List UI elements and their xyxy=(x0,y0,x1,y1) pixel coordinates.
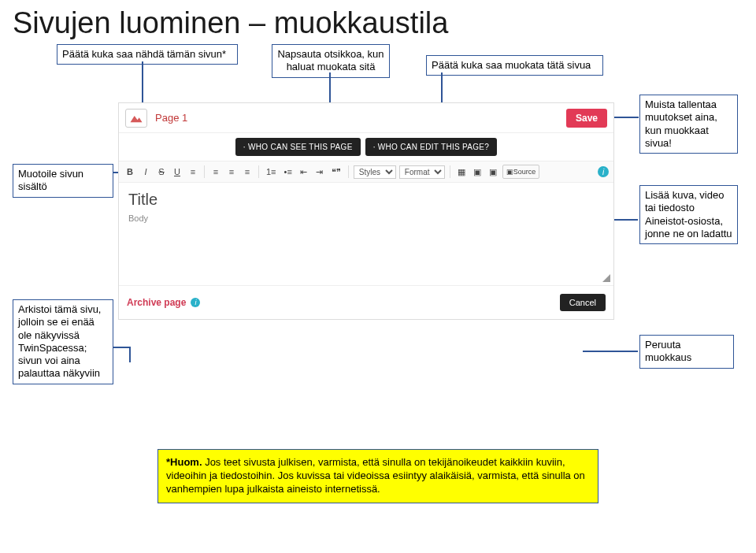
editor-screenshot: Page 1 Save · WHO CAN SEE THIS PAGE · WH… xyxy=(118,102,614,320)
align-left-button[interactable]: ≡ xyxy=(209,165,222,179)
format-select[interactable]: Format xyxy=(399,165,445,179)
source-button[interactable]: ▣ Source xyxy=(502,165,540,179)
unordered-list-button[interactable]: •≡ xyxy=(282,165,295,179)
underline-button[interactable]: U xyxy=(171,165,183,179)
connector-line xyxy=(583,351,638,352)
resize-handle-icon[interactable] xyxy=(602,274,610,282)
title-bar: Page 1 Save xyxy=(119,103,613,133)
svg-marker-0 xyxy=(131,116,143,122)
align-center-button[interactable]: ≡ xyxy=(225,165,238,179)
ordered-list-button[interactable]: 1≡ xyxy=(264,165,279,179)
archive-page-link[interactable]: Archive page xyxy=(127,297,186,308)
clear-format-button[interactable]: ≡ xyxy=(187,165,199,179)
editor-title-placeholder: Title xyxy=(128,191,604,209)
permissions-bar: · WHO CAN SEE THIS PAGE · WHO CAN EDIT T… xyxy=(119,133,613,161)
format-toolbar: B I S U ≡ ≡ ≡ ≡ 1≡ •≡ ⇤ ⇥ ❝❞ Styles Form… xyxy=(119,161,613,183)
footnote: *Huom. Jos teet sivusta julkisen, varmis… xyxy=(158,449,598,503)
callout-who-can-edit: Päätä kuka saa muokata tätä sivua xyxy=(426,55,603,76)
footnote-text: Jos teet sivusta julkisen, varmista, ett… xyxy=(166,456,585,495)
source-label: Source xyxy=(513,168,536,176)
callout-insert-media: Lisää kuva, video tai tiedosto Aineistot… xyxy=(639,185,738,244)
toolbar-separator xyxy=(450,165,450,178)
page-title: Sivujen luominen – muokkaustila xyxy=(0,0,756,43)
indent-button[interactable]: ⇥ xyxy=(313,165,326,179)
callout-archive: Arkistoi tämä sivu, jolloin se ei enää o… xyxy=(13,299,113,384)
outdent-button[interactable]: ⇤ xyxy=(298,165,310,179)
callout-format-content: Muotoile sivun sisältö xyxy=(13,164,113,198)
callout-save: Muista tallentaa muutokset aina, kun muo… xyxy=(639,95,738,154)
footnote-bold: *Huom. xyxy=(166,456,202,468)
save-button[interactable]: Save xyxy=(566,109,607,128)
page-name-label[interactable]: Page 1 xyxy=(155,112,566,124)
table-button[interactable]: ▦ xyxy=(455,165,468,179)
connector-line xyxy=(113,347,129,348)
toolbar-separator xyxy=(258,165,259,178)
callout-who-can-see: Päätä kuka saa nähdä tämän sivun* xyxy=(57,44,238,65)
info-icon[interactable]: i xyxy=(598,166,609,177)
editor-body-placeholder: Body xyxy=(128,213,604,223)
footer-bar: Archive page i Cancel xyxy=(119,285,613,319)
info-icon[interactable]: i xyxy=(191,298,200,307)
strike-button[interactable]: S xyxy=(155,165,168,179)
who-can-see-button[interactable]: · WHO CAN SEE THIS PAGE xyxy=(235,138,361,156)
insert-media-button[interactable]: ▣ xyxy=(471,165,484,179)
italic-button[interactable]: I xyxy=(139,165,152,179)
cancel-button[interactable]: Cancel xyxy=(560,294,606,311)
blockquote-button[interactable]: ❝❞ xyxy=(329,165,343,179)
who-can-edit-button[interactable]: · WHO CAN EDIT THIS PAGE? xyxy=(365,138,498,156)
insert-media-button-2[interactable]: ▣ xyxy=(487,165,499,179)
bold-button[interactable]: B xyxy=(124,165,136,179)
callout-cancel: Peruuta muokkaus xyxy=(639,335,734,369)
toolbar-separator xyxy=(348,165,349,178)
editor-area[interactable]: Title Body xyxy=(119,183,613,285)
align-right-button[interactable]: ≡ xyxy=(241,165,254,179)
toolbar-separator xyxy=(204,165,205,178)
connector-line xyxy=(129,347,131,362)
styles-select[interactable]: Styles xyxy=(354,165,396,179)
page-thumbnail-icon xyxy=(125,109,147,128)
callout-click-title: Napsauta otsikkoa, kun haluat muokata si… xyxy=(272,44,390,78)
